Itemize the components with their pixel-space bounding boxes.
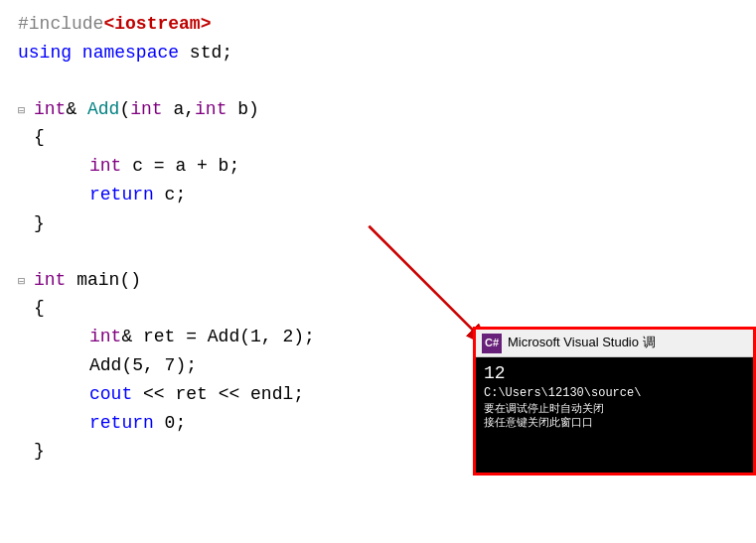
- code-line-6: int c = a + b;: [10, 152, 756, 181]
- fn-main: main(): [66, 266, 141, 295]
- vs-icon-label: C#: [485, 335, 499, 352]
- return-c-val: c;: [154, 181, 186, 209]
- vs-info2: 接任意键关闭此窗口口: [484, 416, 745, 430]
- code-line-11: {: [10, 294, 756, 323]
- code-line-9: [10, 238, 756, 266]
- code-editor: #include<iostream> using namespace std; …: [0, 0, 756, 475]
- cout-rest: << ret << endl;: [132, 380, 304, 409]
- kw-return-c: return: [89, 181, 154, 209]
- kw-int-ret2: int: [89, 323, 121, 351]
- ampersand-add: &: [66, 95, 87, 124]
- code-line-10: ⊟ int main(): [10, 266, 756, 295]
- vs-icon: C#: [482, 334, 502, 353]
- code-line-3: [10, 68, 756, 95]
- collapse-add[interactable]: ⊟: [18, 102, 30, 121]
- brace-close-add: }: [18, 209, 45, 238]
- kw-return-0: return: [89, 409, 154, 438]
- vs-title-text: Microsoft Visual Studio 调: [508, 333, 656, 353]
- code-line-5: {: [10, 123, 756, 152]
- kw-using: using: [18, 39, 72, 68]
- add-paren: (: [119, 95, 130, 124]
- brace-open-main: {: [18, 294, 45, 323]
- kw-int-c: int: [89, 152, 121, 181]
- kw-int-main: int: [34, 266, 66, 295]
- kw-int-a: int: [130, 95, 162, 124]
- include-hash: #include: [18, 10, 103, 39]
- brace-close-main: }: [18, 437, 45, 466]
- collapse-main[interactable]: ⊟: [18, 273, 30, 292]
- vs-console: 12 C:\Users\12130\source\ 要在调试停止时自动关闭 接任…: [476, 357, 753, 473]
- code-line-2: using namespace std;: [10, 39, 756, 68]
- code-line-1: #include<iostream>: [10, 10, 756, 39]
- param-b: b): [227, 95, 258, 124]
- vs-titlebar: C# Microsoft Visual Studio 调: [476, 330, 753, 357]
- kw-namespace: namespace: [82, 39, 179, 68]
- kw-int-b: int: [195, 95, 227, 124]
- include-lib: <iostream>: [103, 10, 211, 39]
- code-line-7: return c;: [10, 181, 756, 209]
- fn-add: Add: [87, 95, 119, 124]
- vs-info1: 要在调试停止时自动关闭: [484, 402, 745, 416]
- brace-open-add: {: [18, 123, 45, 152]
- code-line-8: }: [10, 209, 756, 238]
- c-assign: c = a + b;: [121, 152, 239, 181]
- return-0-val: 0;: [154, 409, 186, 438]
- ret-assign: & ret = Add(1, 2);: [121, 323, 314, 351]
- kw-int-ret: int: [34, 95, 66, 124]
- param-a: a,: [163, 95, 195, 124]
- vs-popup: C# Microsoft Visual Studio 调 12 C:\Users…: [473, 327, 756, 475]
- vs-path: C:\Users\12130\source\: [484, 386, 745, 402]
- code-line-4: ⊟ int& Add(int a,int b): [10, 95, 756, 124]
- vs-output: 12: [484, 361, 745, 386]
- kw-cout: cout: [89, 380, 132, 409]
- add-call: Add(5, 7);: [89, 351, 197, 380]
